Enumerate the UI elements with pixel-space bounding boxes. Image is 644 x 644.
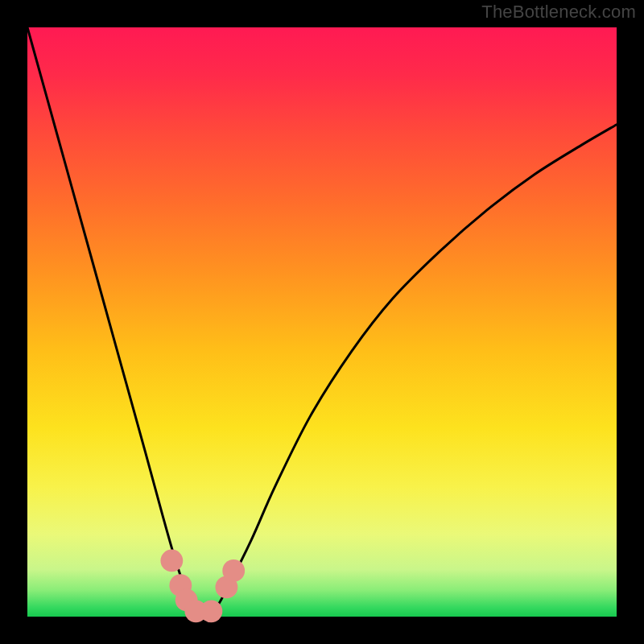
chart-svg — [0, 0, 644, 644]
chart-canvas: TheBottleneck.com — [0, 0, 644, 644]
curve-marker — [160, 550, 183, 572]
plot-background — [27, 27, 617, 617]
watermark-text: TheBottleneck.com — [481, 2, 636, 23]
curve-marker — [222, 559, 245, 582]
curve-marker — [200, 601, 222, 623]
